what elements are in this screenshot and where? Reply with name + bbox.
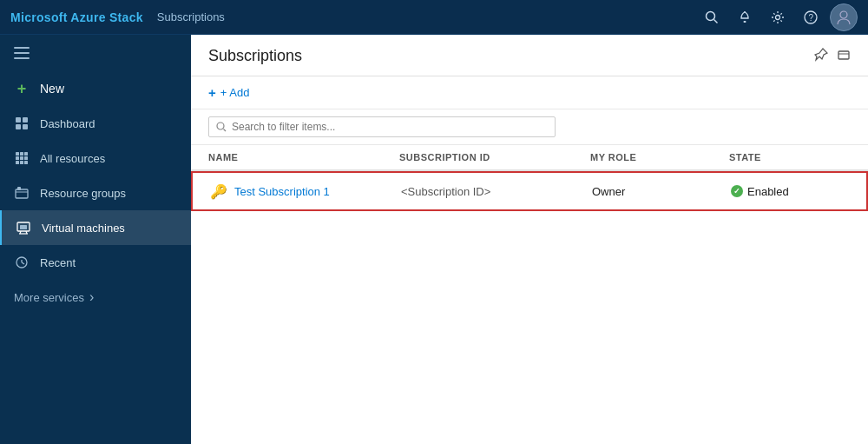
svg-rect-10 [14, 57, 30, 59]
maximize-icon [837, 48, 851, 62]
cell-role: Owner [592, 185, 731, 198]
all-resources-svg [15, 151, 29, 165]
pin-button[interactable] [814, 48, 828, 65]
clock-svg [16, 256, 28, 268]
sidebar: + New Dashboard [0, 35, 191, 444]
gear-icon [771, 10, 785, 24]
svg-rect-12 [23, 117, 28, 123]
svg-rect-18 [16, 156, 19, 160]
search-icon [705, 10, 719, 24]
sidebar-item-recent[interactable]: Recent [0, 245, 191, 280]
dashboard-svg [15, 116, 29, 130]
notifications-button[interactable] [731, 3, 759, 31]
subscription-name: Test Subscription 1 [234, 185, 330, 198]
col-header-subscription-id: SUBSCRIPTION ID [399, 152, 590, 162]
page-title: Subscriptions [208, 47, 302, 65]
state-label: Enabled [747, 185, 789, 198]
svg-rect-19 [20, 156, 23, 160]
sidebar-item-resource-groups[interactable]: Resource groups [0, 176, 191, 210]
svg-rect-30 [20, 225, 27, 229]
key-icon: 🔑 [210, 183, 227, 200]
content-area: Subscriptions + [191, 35, 868, 444]
all-resources-icon [14, 150, 30, 166]
add-label: + Add [220, 86, 250, 99]
col-header-role: MY ROLE [590, 152, 729, 162]
table-row[interactable]: 🔑 Test Subscription 1 <Subscription ID> … [191, 171, 868, 211]
svg-rect-22 [20, 161, 23, 164]
search-icon [216, 122, 227, 132]
col-header-state: STATE [729, 152, 868, 162]
svg-text:?: ? [809, 13, 814, 23]
sidebar-resource-groups-label: Resource groups [40, 187, 126, 200]
svg-rect-24 [16, 189, 28, 198]
breadcrumb: Subscriptions [157, 10, 225, 23]
svg-rect-34 [838, 51, 849, 59]
more-services-label: More services [14, 291, 84, 304]
user-avatar[interactable] [830, 3, 858, 31]
recent-icon [14, 255, 30, 270]
sidebar-all-resources-label: All resources [40, 152, 105, 165]
search-input-wrapper [208, 116, 556, 137]
help-button[interactable]: ? [797, 3, 825, 31]
cell-name: 🔑 Test Subscription 1 [210, 183, 401, 200]
sidebar-dashboard-label: Dashboard [40, 117, 95, 130]
help-icon: ? [804, 10, 818, 24]
svg-rect-23 [24, 161, 28, 164]
toolbar: + + Add [191, 76, 868, 109]
subscriptions-table: NAME SUBSCRIPTION ID MY ROLE STATE 🔑 Tes… [191, 145, 868, 211]
hamburger-icon [14, 47, 30, 59]
svg-rect-25 [17, 187, 21, 190]
vm-svg [16, 221, 30, 235]
sidebar-item-dashboard[interactable]: Dashboard [0, 106, 191, 141]
content-header: Subscriptions [191, 35, 868, 76]
sidebar-more-services[interactable]: More services › [0, 280, 191, 315]
content-body: + + Add NAME SUBSCRIPTION ID [191, 76, 868, 444]
content-header-actions [814, 48, 851, 65]
chevron-right-icon: › [89, 289, 94, 305]
enabled-indicator [731, 185, 743, 197]
pin-icon [814, 48, 828, 62]
hamburger-menu[interactable] [0, 35, 191, 71]
add-button[interactable]: + + Add [208, 85, 249, 100]
svg-point-4 [776, 15, 780, 19]
search-bar [191, 109, 868, 145]
svg-rect-15 [16, 152, 19, 156]
maximize-button[interactable] [837, 48, 851, 65]
search-button[interactable] [698, 3, 726, 31]
sidebar-item-virtual-machines[interactable]: Virtual machines [0, 210, 191, 245]
plus-icon: + [14, 81, 30, 96]
sidebar-item-new[interactable]: + New [0, 71, 191, 106]
top-bar-right: ? [698, 3, 858, 31]
top-bar: Microsoft Azure Stack Subscriptions [0, 0, 868, 35]
role-value: Owner [592, 185, 625, 198]
cell-subscription-id: <Subscription ID> [401, 185, 592, 198]
dashboard-icon [14, 116, 30, 131]
add-icon: + [208, 85, 216, 100]
col-header-name: NAME [208, 152, 399, 162]
svg-rect-17 [24, 152, 28, 156]
sidebar-new-label: New [40, 82, 64, 96]
svg-rect-11 [16, 117, 21, 123]
subscription-id-value: <Subscription ID> [401, 185, 490, 198]
sidebar-item-all-resources[interactable]: All resources [0, 141, 191, 176]
svg-rect-16 [20, 152, 23, 156]
resource-groups-svg [15, 186, 29, 200]
state-badge: Enabled [731, 185, 789, 198]
svg-line-1 [714, 19, 718, 23]
svg-rect-14 [23, 124, 28, 129]
search-input[interactable] [232, 121, 548, 133]
svg-point-7 [840, 11, 847, 18]
settings-button[interactable] [764, 3, 792, 31]
app-title: Microsoft Azure Stack [10, 10, 143, 24]
sidebar-recent-label: Recent [40, 256, 76, 269]
svg-rect-20 [24, 156, 28, 160]
svg-rect-9 [14, 52, 30, 54]
svg-rect-8 [14, 47, 30, 49]
table-header: NAME SUBSCRIPTION ID MY ROLE STATE [191, 145, 868, 171]
svg-rect-13 [16, 124, 21, 129]
avatar-icon [836, 10, 852, 25]
svg-line-37 [224, 129, 227, 132]
main-layout: + New Dashboard [0, 35, 868, 444]
resource-groups-icon [14, 185, 30, 201]
svg-rect-2 [744, 21, 746, 23]
